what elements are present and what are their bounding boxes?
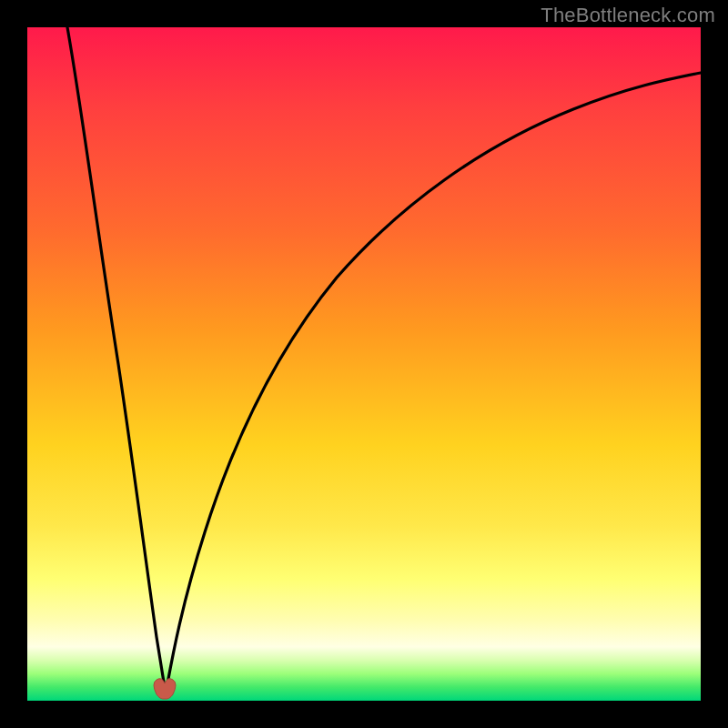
plot-area <box>27 27 701 701</box>
chart-frame: TheBottleneck.com <box>0 0 728 728</box>
curve-layer <box>27 27 701 701</box>
watermark-text: TheBottleneck.com <box>541 4 715 27</box>
curve-left-branch <box>67 27 166 693</box>
curve-right-branch <box>166 73 701 693</box>
